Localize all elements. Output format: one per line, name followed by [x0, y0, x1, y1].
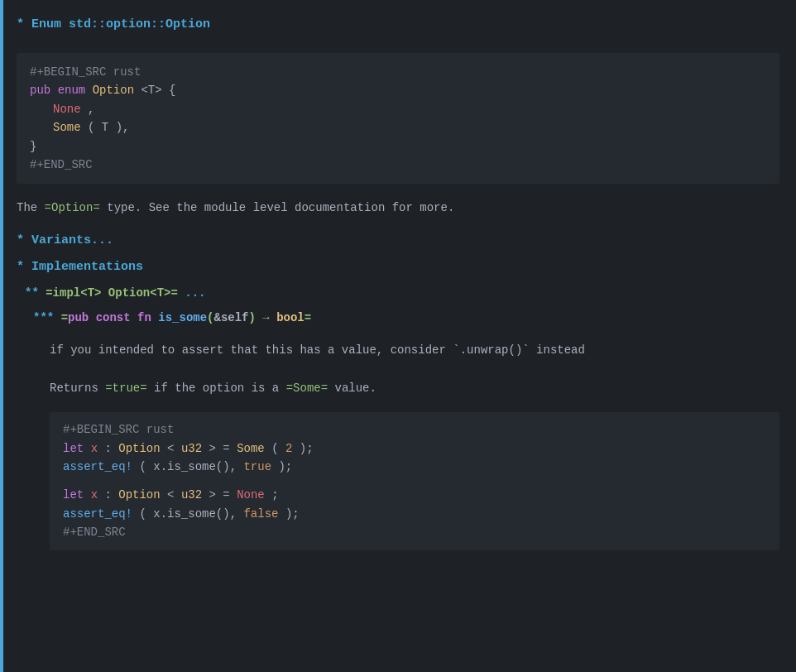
heading-star: * — [17, 17, 24, 31]
enum-heading-label: Enum std::option::Option — [31, 17, 210, 31]
impl-star: * — [17, 260, 24, 274]
inner-meta-end: #+END_SRC — [63, 523, 766, 541]
code-meta-end: #+END_SRC — [30, 156, 766, 174]
impl-detail-stars: ** — [25, 286, 39, 300]
inner-code-line2: assert_eq! ( x.is_some(), true ); — [63, 458, 766, 476]
code-line-close: } — [30, 137, 766, 156]
fn-desc-line1: if you intended to assert that this has … — [50, 338, 779, 362]
fn-heading: *** =pub const fn is_some(&self) → bool= — [17, 305, 779, 330]
inner-meta-begin: #+BEGIN_SRC rust — [63, 420, 766, 439]
accent-bar — [0, 0, 3, 672]
fn-description-block: if you intended to assert that this has … — [17, 331, 779, 562]
enum-heading: * Enum std::option::Option — [17, 8, 779, 45]
code-line-enum: pub enum Option <T> { — [30, 81, 766, 99]
variants-label: Variants... — [31, 233, 113, 247]
inner-code-line3: let x : Option < u32 > = None ; — [63, 486, 766, 504]
main-container: * Enum std::option::Option #+BEGIN_SRC r… — [0, 0, 796, 672]
enum-code-block: #+BEGIN_SRC rust pub enum Option <T> { N… — [17, 53, 779, 184]
impl-detail-label: =impl<T> Option<T>= — [46, 286, 178, 300]
enum-description: The =Option= type. See the module level … — [17, 192, 779, 223]
impl-label: Implementations — [31, 260, 143, 274]
code-line-some: Some ( T ), — [30, 118, 766, 137]
fn-code-block: #+BEGIN_SRC rust let x : Option < u32 > … — [50, 412, 779, 550]
code-meta-begin: #+BEGIN_SRC rust — [30, 63, 766, 81]
code-line-none: None , — [30, 100, 766, 118]
inner-code-line1: let x : Option < u32 > = Some ( 2 ); — [63, 439, 766, 458]
implementations-heading: * Implementations — [17, 254, 779, 281]
fn-signature: =pub const fn is_some(&self) → bool= — [61, 311, 312, 324]
variants-star: * — [17, 233, 24, 247]
content-area: * Enum std::option::Option #+BEGIN_SRC r… — [0, 0, 796, 578]
inner-code-line4: assert_eq! ( x.is_some(), false ); — [63, 505, 766, 523]
fn-stars: *** — [33, 311, 54, 324]
impl-detail-heading: ** =impl<T> Option<T>= ... — [17, 281, 779, 305]
fn-desc-line2: Returns =true= if the option is a =Some=… — [50, 376, 779, 401]
variants-heading: * Variants... — [17, 224, 779, 254]
